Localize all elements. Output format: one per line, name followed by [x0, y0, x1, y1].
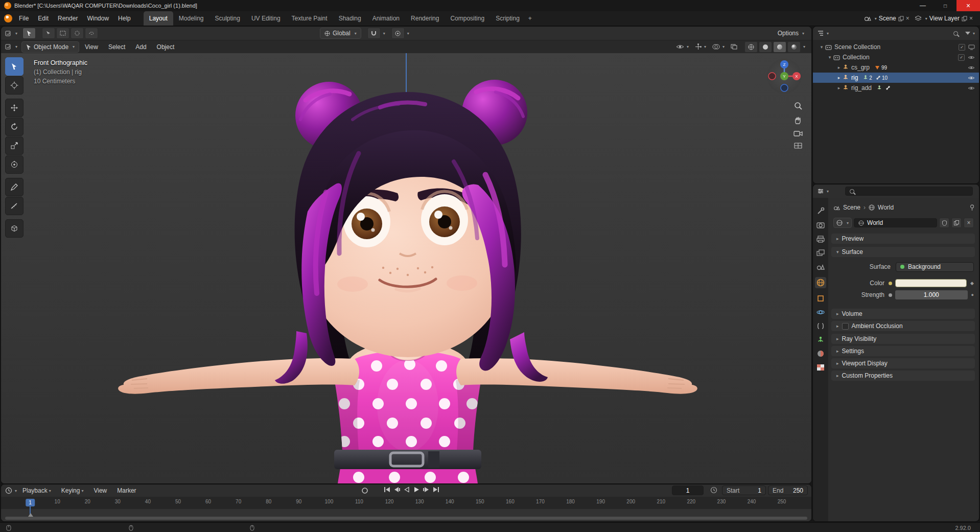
editor-type-properties-icon[interactable]	[817, 188, 824, 194]
view-layer-selector[interactable]: ▾ View Layer ×	[915, 15, 973, 22]
blender-menu-icon[interactable]	[4, 14, 12, 22]
keying-clock-icon[interactable]	[710, 487, 717, 494]
tool-move-button[interactable]	[5, 99, 24, 117]
viewport-menu-object[interactable]: Object	[152, 43, 179, 51]
copy-icon[interactable]	[962, 16, 967, 21]
minimize-button[interactable]: —	[912, 0, 934, 11]
pin-icon[interactable]	[969, 204, 975, 211]
select-mode-circle-button[interactable]	[71, 28, 84, 39]
tool-select-box-button[interactable]	[5, 57, 24, 76]
workspace-tab-compositing[interactable]: Compositing	[445, 11, 490, 26]
tab-world-icon[interactable]	[815, 277, 826, 288]
outliner-row-rig[interactable]: ▸ rig 2 10	[813, 73, 979, 83]
next-keyframe-button[interactable]	[422, 487, 430, 493]
tab-physics-icon[interactable]	[816, 309, 825, 316]
tool-transform-button[interactable]	[5, 155, 24, 174]
new-datablock-button[interactable]	[951, 218, 962, 228]
end-frame-field[interactable]: End 250	[768, 485, 808, 495]
tool-measure-button[interactable]	[5, 197, 24, 215]
chevron-down-icon[interactable]: ▾	[15, 489, 17, 493]
disclosure-icon[interactable]: ▸	[835, 65, 843, 70]
tab-texture-icon[interactable]	[816, 364, 825, 371]
remove-view-layer-icon[interactable]: ×	[969, 15, 973, 22]
tool-scale-button[interactable]	[5, 136, 24, 155]
tab-constraints-icon[interactable]	[816, 322, 825, 330]
fake-user-shield-button[interactable]	[939, 218, 949, 228]
options-dropdown[interactable]: Options ▾	[778, 30, 804, 37]
properties-search-input[interactable]	[845, 187, 973, 196]
eye-icon[interactable]	[968, 86, 975, 90]
select-mode-tweak-button[interactable]	[42, 28, 55, 39]
ambient-occlusion-checkbox[interactable]	[842, 323, 849, 330]
auto-keying-record-button[interactable]	[361, 487, 368, 494]
tab-object-data-icon[interactable]	[816, 336, 825, 343]
play-button[interactable]	[412, 487, 421, 493]
world-name-field[interactable]: World	[854, 218, 937, 227]
start-frame-field[interactable]: Start 1	[722, 485, 766, 495]
menu-file[interactable]: File	[14, 15, 33, 22]
keyframe-dot-icon[interactable]: ●	[971, 292, 974, 297]
maximize-button[interactable]: □	[934, 0, 956, 11]
outliner-row-scene-collection[interactable]: ▾ Scene Collection ✓	[813, 42, 979, 52]
workspace-tab-texturepaint[interactable]: Texture Paint	[286, 11, 333, 26]
scene-selector[interactable]: ▾ Scene ×	[864, 15, 909, 22]
prev-keyframe-button[interactable]	[393, 487, 401, 493]
timeline-ruler[interactable]: 1020304050607080901001101201301401501601…	[1, 497, 811, 510]
perspective-grid-icon[interactable]	[794, 142, 803, 150]
xray-toggle-icon[interactable]	[731, 44, 737, 50]
tool-add-cube-button[interactable]	[5, 219, 24, 238]
tab-view-layer-icon[interactable]	[816, 249, 825, 257]
proportional-options-chevron-icon[interactable]: ▾	[407, 31, 409, 36]
filter-icon[interactable]	[965, 32, 970, 35]
timeline-menu-marker[interactable]: Marker	[112, 487, 141, 494]
menu-edit[interactable]: Edit	[33, 15, 53, 22]
zoom-icon[interactable]	[794, 101, 803, 110]
tab-tool-icon[interactable]	[816, 207, 825, 215]
chevron-down-icon[interactable]: ▾	[722, 44, 725, 49]
tab-output-icon[interactable]	[816, 236, 825, 243]
disclosure-icon[interactable]: ▾	[826, 55, 833, 60]
visibility-eye-icon[interactable]	[676, 44, 684, 50]
shading-wireframe-button[interactable]	[744, 41, 758, 53]
tool-annotate-button[interactable]	[5, 178, 24, 196]
pan-hand-icon[interactable]	[794, 115, 803, 125]
timeline-tracks[interactable]	[1, 509, 811, 521]
snap-options-chevron-icon[interactable]: ▾	[383, 31, 385, 36]
color-swatch[interactable]	[895, 279, 967, 287]
snap-magnet-button[interactable]	[367, 28, 381, 39]
workspace-tab-rendering[interactable]: Rendering	[405, 11, 445, 26]
editor-type-outliner-icon[interactable]	[817, 30, 824, 36]
editor-type-timeline-icon[interactable]	[5, 487, 12, 494]
menu-help[interactable]: Help	[113, 15, 135, 22]
panel-viewport-display[interactable]: ▸ Viewport Display	[831, 358, 975, 368]
workspace-tab-shading[interactable]: Shading	[333, 11, 367, 26]
viewport-canvas[interactable]: Front Orthographic (1) Collection | rig …	[1, 53, 811, 483]
transform-orientation-dropdown[interactable]: Global ▾	[320, 28, 361, 39]
gizmos-icon[interactable]	[695, 43, 702, 50]
workspace-tab-layout[interactable]: Layout	[144, 11, 173, 26]
panel-surface[interactable]: ▾ Surface	[831, 247, 975, 257]
panel-ambient-occlusion[interactable]: ▸ Ambient Occlusion	[831, 321, 975, 331]
shading-material-button[interactable]	[773, 41, 786, 53]
tool-cursor-button[interactable]	[5, 76, 24, 95]
select-mode-lasso-button[interactable]	[85, 28, 98, 39]
disclosure-icon[interactable]: ▾	[818, 44, 825, 50]
tab-scene-icon[interactable]	[816, 263, 825, 270]
camera-view-icon[interactable]	[794, 130, 803, 137]
breadcrumb-world[interactable]: World	[878, 204, 894, 211]
select-mode-box-button[interactable]	[56, 28, 69, 39]
chevron-down-icon[interactable]: ▾	[15, 31, 17, 36]
viewport-menu-add[interactable]: Add	[131, 43, 151, 51]
timeline-scrollbar[interactable]	[5, 517, 807, 520]
viewport-menu-select[interactable]: Select	[104, 43, 130, 51]
keyframe-diamond-icon[interactable]: ◆	[970, 281, 974, 286]
play-reverse-button[interactable]	[403, 487, 411, 493]
unlink-datablock-button[interactable]: ×	[964, 218, 974, 228]
disclosure-icon[interactable]: ▸	[835, 75, 843, 80]
workspace-tab-scripting[interactable]: Scripting	[490, 11, 525, 26]
active-tool-cursor-button[interactable]	[22, 28, 36, 39]
chevron-down-icon[interactable]: ▾	[15, 44, 17, 49]
eye-icon[interactable]	[968, 76, 975, 80]
unlink-scene-icon[interactable]: ×	[906, 15, 909, 22]
navigation-gizmo[interactable]: Z X Y	[767, 59, 802, 94]
